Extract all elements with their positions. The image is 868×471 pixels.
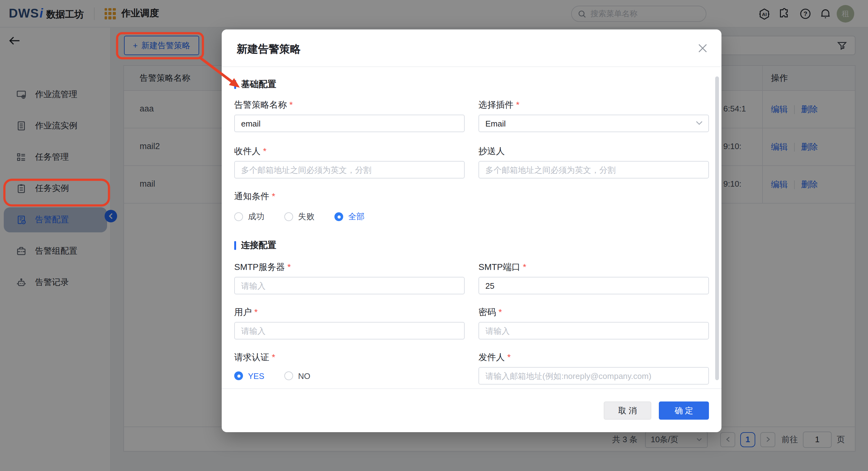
- sender-input[interactable]: [478, 367, 709, 384]
- recipient-input[interactable]: [234, 161, 465, 179]
- radio-success[interactable]: 成功: [234, 211, 264, 222]
- plugin-select-value: Email: [485, 119, 506, 128]
- field-label-recipient: 收件人*: [234, 146, 465, 157]
- section-bar: [234, 241, 236, 250]
- auth-radio-group: YES NO: [234, 367, 465, 384]
- radio-icon-selected: [234, 371, 243, 380]
- radio-icon: [284, 212, 293, 221]
- modal-close-button[interactable]: [696, 42, 709, 55]
- smtp-port-input[interactable]: [478, 277, 709, 294]
- chevron-down-icon: [696, 121, 703, 125]
- cancel-button[interactable]: 取 消: [604, 402, 651, 420]
- close-icon: [698, 44, 707, 53]
- field-label-cc: 抄送人: [478, 146, 709, 157]
- field-label-user: 用户*: [234, 307, 465, 318]
- modal-footer: 取 消 确 定: [222, 388, 721, 432]
- radio-auth-no[interactable]: NO: [284, 371, 310, 380]
- modal-scrollbar-thumb[interactable]: [715, 76, 719, 380]
- field-label-plugin: 选择插件*: [478, 100, 709, 111]
- section-connection-config: 连接配置: [234, 241, 709, 251]
- field-label-notify-condition: 通知条件*: [234, 191, 709, 202]
- field-label-smtp-host: SMTP服务器*: [234, 262, 465, 273]
- section-basic-config: 基础配置: [234, 80, 709, 90]
- radio-icon-selected: [334, 212, 343, 221]
- field-label-sender: 发件人*: [478, 352, 709, 363]
- radio-icon: [284, 371, 293, 380]
- radio-auth-yes[interactable]: YES: [234, 371, 264, 380]
- field-label-smtp-port: SMTP端口*: [478, 262, 709, 273]
- cc-input[interactable]: [478, 161, 709, 179]
- field-label-name: 告警策略名称*: [234, 100, 465, 111]
- plugin-select[interactable]: Email: [478, 115, 709, 132]
- smtp-host-input[interactable]: [234, 277, 465, 294]
- radio-icon: [234, 212, 243, 221]
- field-label-auth: 请求认证*: [234, 352, 465, 363]
- section-bar: [234, 80, 236, 89]
- app-viewport: DWS i 数据工坊 作业调度 搜索菜单名称 AI ?: [0, 0, 868, 471]
- radio-failure[interactable]: 失败: [284, 211, 314, 222]
- smtp-user-input[interactable]: [234, 322, 465, 340]
- confirm-button[interactable]: 确 定: [659, 402, 709, 420]
- new-alert-policy-modal: 新建告警策略 基础配置 告警策略名称* 选择插件* Email: [222, 29, 721, 432]
- notify-condition-radio-group: 成功 失败 全部: [234, 208, 709, 225]
- modal-body: 基础配置 告警策略名称* 选择插件* Email 收件人* 抄送人: [222, 67, 721, 388]
- modal-title: 新建告警策略: [237, 42, 301, 56]
- field-label-password: 密码*: [478, 307, 709, 318]
- smtp-password-input[interactable]: [478, 322, 709, 340]
- policy-name-input[interactable]: [234, 115, 465, 132]
- modal-header: 新建告警策略: [222, 29, 721, 67]
- radio-all[interactable]: 全部: [334, 211, 365, 222]
